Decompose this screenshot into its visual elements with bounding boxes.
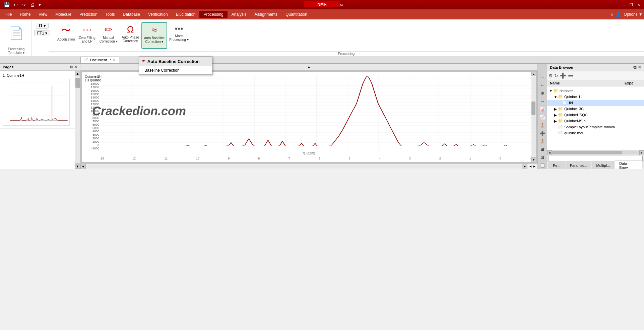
spectrum-scroll-up-btn[interactable]: ▲ [307,65,311,69]
db-hscroll-right[interactable]: ► [639,150,644,155]
page-item-1[interactable]: 1. Quinine1H [0,71,75,129]
page-next[interactable]: ► [533,164,536,168]
rs-plus[interactable]: ➕ [539,129,546,137]
spectrum-hscroll-left[interactable]: ◄ [80,164,86,169]
menu-view[interactable]: View [35,11,51,18]
pages-scroll-up[interactable]: ▲ [75,71,80,76]
rs-doc[interactable]: 📋 [539,161,546,169]
rs-person2[interactable]: 🏃 [539,137,546,145]
save-btn[interactable]: 💾 [3,1,11,8]
pages-content: 1. Quinine1H [0,71,80,169]
rs-plus-circle[interactable]: ⊕ [539,89,546,96]
menu-file[interactable]: File [1,11,16,18]
db-add-btn[interactable]: ➕ [560,72,566,79]
db-tab-pe[interactable]: Pe... [549,162,565,169]
menu-tools[interactable]: Tools [102,11,119,18]
user-icon[interactable]: 👤 [616,12,621,17]
page-prev[interactable]: ◄ [529,164,532,168]
manual-correction-btn[interactable]: ✏ ManualCorrection ▾ [98,22,120,49]
tree-quininems[interactable]: ▶ 📁 QuinineMS.d [547,118,644,124]
db-tab-paramet[interactable]: Paramet... [566,162,591,169]
tree-fid[interactable]: 📄 fid [547,100,644,106]
db-tab-multipl[interactable]: Multipl... [592,162,614,169]
db-minus-btn[interactable]: ➖ [568,73,573,78]
tree-quinine1h[interactable]: ▼ 📁 Quinine1H [547,94,644,100]
apodization-btn[interactable]: 〜 Apodization [55,22,77,49]
processing-template-btn[interactable]: 📄 [7,21,26,45]
options-btn[interactable]: Options ▼ [624,12,643,17]
tab-doc-icon: 📄 [84,58,89,62]
close-btn[interactable]: ✕ [636,2,641,7]
spectrum-vscroll-thumb[interactable] [531,102,535,115]
pages-scroll-down[interactable]: ▼ [75,163,80,169]
right-strip: ⋯ → ← ⊕ → 📊 📈 🚶 ➕ 🏃 ⊞ ⊡ 📋 [537,64,547,169]
rs-chart2[interactable]: 📈 [539,113,546,121]
rs-dotted-btn[interactable]: ⋯ [539,65,546,72]
ft1-btn[interactable]: FT1 ▾ [34,30,51,36]
print-btn[interactable]: 🖨 [28,1,36,8]
tree-quininemol[interactable]: 📄 quinine.mol [547,130,644,136]
db-gear-btn[interactable]: ⚙ [549,73,553,78]
minimize-btn[interactable]: — [621,2,627,7]
tree-quinine13c[interactable]: ▶ 📁 Quinine13C [547,106,644,112]
tree-datasets[interactable]: ▼ 📁 datasets [547,88,644,94]
rs-grid[interactable]: ⊞ [539,145,546,153]
x-axis-label: f1 (ppm) [303,151,315,155]
undo-btn[interactable]: ↩ [12,1,19,8]
db-close-btn[interactable]: ✕ [638,65,641,70]
db-hscroll[interactable]: ◄ ► [547,150,644,155]
menu-database[interactable]: Database [119,11,144,18]
auto-phase-btn[interactable]: Ω Auto PhaseCorrection [120,22,141,49]
dropdown-baseline-correction[interactable]: Baseline Correction [139,66,212,74]
info-icon[interactable]: ℹ [611,12,613,17]
f1-btn[interactable]: f1 ▾ [36,23,49,29]
db-col-exp-label: Expe [625,81,641,85]
menu-verification[interactable]: Verification [144,11,172,18]
menu-analysis[interactable]: Analysis [228,11,251,18]
redo-btn[interactable]: ↪ [20,1,27,8]
zero-filling-btn[interactable]: ⋯ Zero Fillingand LP [77,22,97,49]
db-tab-databrow[interactable]: Data Brow... [615,160,642,169]
spectrum-vscroll-up[interactable]: ▲ [531,72,536,76]
quinine13c-toggle[interactable]: ▶ [553,107,558,111]
rs-chart[interactable]: 📊 [539,105,546,113]
restore-btn[interactable]: ❐ [629,2,634,7]
datasets-toggle[interactable]: ▼ [549,89,553,93]
samplelayout-file-icon: 📄 [558,125,563,129]
db-hscroll-thumb[interactable] [552,151,622,154]
menu-home[interactable]: Home [16,11,35,18]
quininehsqc-toggle[interactable]: ▶ [553,113,558,117]
tab-close-btn[interactable]: ✕ [113,58,116,62]
pages-close-btn[interactable]: ✕ [74,65,77,69]
quininems-toggle[interactable]: ▶ [553,119,558,123]
pages-float-btn[interactable]: ⧉ [70,65,73,69]
spectrum-hscroll-right[interactable]: ► [522,164,527,169]
menu-elucidation[interactable]: Elucidation [172,11,200,18]
db-refresh-btn[interactable]: ↻ [554,73,558,78]
spectrum-vscroll-down[interactable]: ▼ [531,157,536,162]
rs-person[interactable]: 🚶 [539,121,546,129]
pages-vscroll[interactable]: ▲ ▼ [75,71,80,169]
tree-samplelayout[interactable]: 📄 SampleLayoutTemplate.mnova [547,124,644,130]
spectrum-hscroll[interactable]: ◄ ► ◄ ► [80,163,537,169]
rs-arrow-left[interactable]: ← [539,81,546,88]
menu-quantitation[interactable]: Quantitation [281,11,311,18]
dropdown-qa[interactable]: ▾ [37,1,42,8]
rs-arrow-right[interactable]: → [539,73,546,80]
menu-prediction[interactable]: Prediction [75,11,101,18]
rs-arrow-right2[interactable]: → [539,97,546,105]
menu-processing[interactable]: Processing [199,11,227,18]
more-processing-btn[interactable]: ••• MoreProcessing ▾ [167,22,190,49]
db-tree: ▼ 📁 datasets ▼ 📁 Quinine1H 📄 fid [547,86,644,150]
db-float-btn[interactable]: ⧉ [633,65,636,70]
datasets-label: datasets [560,89,643,93]
tree-quininehsqc[interactable]: ▶ 📁 QuinineHSQC [547,112,644,118]
menu-molecule[interactable]: Molecule [51,11,75,18]
quinine1h-toggle[interactable]: ▼ [553,95,558,99]
rs-resize[interactable]: ⊡ [539,153,546,161]
pages-scroll-thumb[interactable] [75,78,80,88]
tab-doc1[interactable]: 📄 Document 1* ✕ [80,57,119,63]
auto-baseline-btn[interactable]: ≈ Auto BaselineCorrection ▾ [141,22,168,49]
menu-assignments[interactable]: Assignments [250,11,281,18]
db-hscroll-left[interactable]: ◄ [547,150,552,155]
